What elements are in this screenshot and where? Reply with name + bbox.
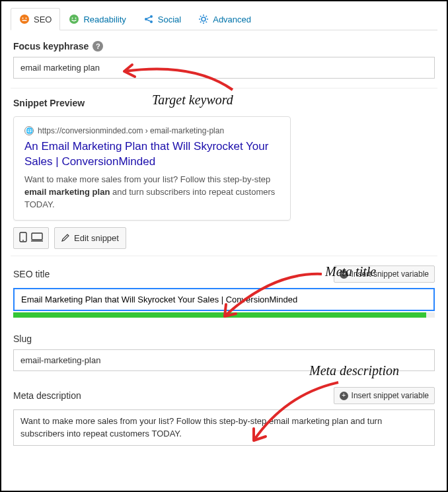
snippet-description: Want to make more sales from your list? …	[24, 174, 280, 211]
annotation-target-keyword: Target keyword	[152, 92, 233, 108]
seo-title-progress-fill	[13, 312, 426, 318]
smiley-icon	[19, 14, 30, 24]
tabs-bar: SEO Readability Social Advanced	[11, 8, 437, 30]
share-icon	[143, 14, 154, 24]
tab-readability[interactable]: Readability	[60, 8, 134, 30]
snippet-preview-section: Snippet Preview 🌐 https://conversionmind…	[11, 88, 437, 256]
svg-point-5	[75, 18, 77, 19]
insert-variable-button-meta[interactable]: + Insert snippet variable	[334, 387, 435, 404]
svg-point-3	[69, 15, 79, 24]
smiley-green-icon	[69, 14, 79, 24]
meta-description-input[interactable]	[13, 409, 435, 445]
svg-line-14	[200, 16, 201, 17]
mobile-icon	[19, 232, 27, 244]
snippet-desc-pre: Want to make more sales from your list? …	[24, 174, 270, 184]
snippet-title-text: An Email Marketing Plan that Will Skyroc…	[24, 140, 268, 168]
svg-point-1	[22, 18, 24, 19]
tab-seo-label: SEO	[34, 15, 52, 24]
snippet-title-link[interactable]: An Email Marketing Plan that Will Skyroc…	[24, 139, 280, 170]
globe-icon: 🌐	[24, 126, 34, 135]
svg-line-15	[206, 22, 207, 22]
tab-readability-label: Readability	[83, 15, 126, 24]
edit-snippet-label: Edit snippet	[74, 233, 119, 243]
plus-circle-icon: +	[340, 392, 348, 400]
svg-point-19	[22, 240, 24, 242]
tab-social[interactable]: Social	[135, 8, 190, 30]
meta-description-section: Meta description + Insert snippet variab…	[11, 378, 437, 454]
seo-title-label: SEO title	[13, 269, 50, 279]
annotation-meta-title: Meta title	[325, 264, 376, 279]
tab-advanced-label: Advanced	[213, 15, 251, 24]
svg-point-0	[20, 15, 29, 24]
meta-description-label: Meta description	[13, 390, 81, 401]
focus-keyphrase-section: Focus keyphrase ?	[11, 34, 437, 88]
svg-point-2	[26, 18, 27, 19]
edit-snippet-button[interactable]: Edit snippet	[54, 227, 126, 249]
svg-line-16	[200, 22, 201, 22]
help-icon[interactable]: ?	[93, 41, 103, 52]
device-toggle-button[interactable]	[13, 227, 49, 249]
svg-point-9	[202, 17, 205, 21]
seo-title-input[interactable]	[13, 288, 435, 311]
focus-keyphrase-label: Focus keyphrase	[13, 41, 89, 52]
snippet-card: 🌐 https://conversionminded.com › email-m…	[13, 116, 291, 221]
snippet-desc-bold: email marketing plan	[24, 187, 110, 197]
snippet-url: https://conversionminded.com › email-mar…	[38, 126, 224, 135]
tab-advanced[interactable]: Advanced	[190, 8, 260, 30]
svg-point-4	[72, 18, 73, 19]
tab-seo[interactable]: SEO	[11, 8, 60, 30]
pencil-icon	[61, 233, 70, 244]
desktop-icon	[31, 232, 43, 244]
annotation-meta-description: Meta description	[309, 363, 399, 378]
gear-icon	[198, 14, 209, 24]
tab-social-label: Social	[158, 15, 181, 24]
svg-line-17	[206, 16, 207, 17]
svg-rect-20	[32, 233, 42, 240]
seo-title-progress	[13, 312, 435, 318]
slug-label: Slug	[13, 334, 32, 344]
insert-variable-label-meta: Insert snippet variable	[352, 391, 429, 400]
focus-keyphrase-input[interactable]	[13, 57, 435, 79]
